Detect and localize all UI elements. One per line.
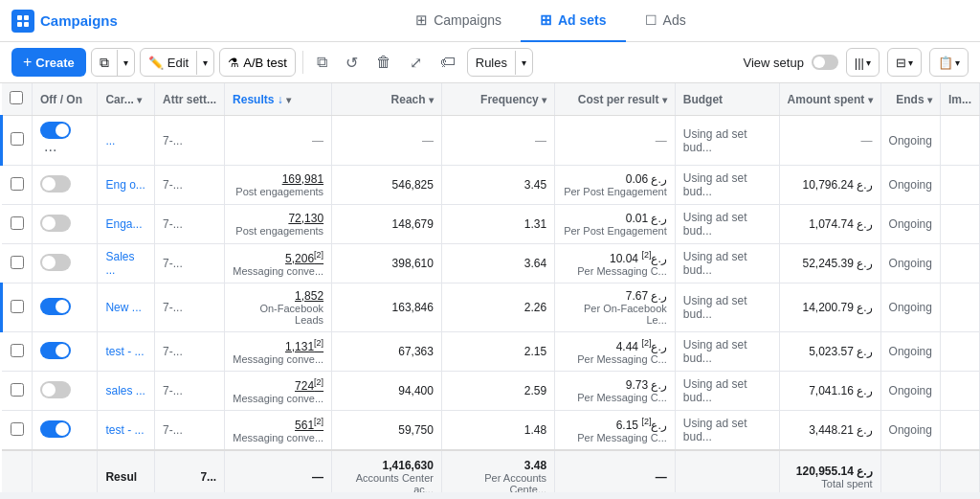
tab-campaigns[interactable]: ⊞ Campaigns	[396, 0, 521, 42]
col-header-budget[interactable]: Budget	[675, 83, 779, 116]
export-button[interactable]: ⤢	[403, 48, 429, 77]
row-check-cell[interactable]	[2, 116, 33, 166]
row-toggle-cell[interactable]	[33, 372, 98, 411]
abtest-button[interactable]: ⚗ A/B test	[219, 48, 296, 77]
view-setup-toggle[interactable]	[812, 55, 838, 70]
flask-icon: ⚗	[228, 56, 239, 70]
rules-button[interactable]: Rules ▾	[467, 48, 533, 77]
svg-rect-0	[17, 15, 22, 20]
row-amount-cell: 3,448.21 ‎ﺭ.ﻉ	[779, 411, 880, 451]
row-reach-cell: 94,400	[332, 372, 442, 411]
row-toggle-cell[interactable]	[33, 332, 98, 372]
row-attr-cell: 7-...	[155, 411, 225, 451]
row-check-cell[interactable]	[2, 244, 33, 284]
row-im-cell	[940, 116, 979, 166]
row-toggle-cell[interactable]	[33, 205, 98, 244]
col-header-results[interactable]: Results ↓ ▾	[225, 83, 332, 116]
row-toggle-switch[interactable]	[40, 420, 71, 438]
row-checkbox[interactable]	[11, 177, 24, 191]
row-campaign-cell[interactable]: Eng o...	[98, 166, 155, 205]
col-header-frequency[interactable]: Frequency ▾	[441, 83, 554, 116]
row-checkbox[interactable]	[11, 132, 24, 146]
row-results-cell: 561[2] Messaging conve...	[225, 411, 332, 451]
col-header-campaign[interactable]: Car... ▾	[98, 83, 155, 116]
duplicate-button[interactable]: ⧉	[310, 48, 334, 77]
row-toggle-cell[interactable]	[33, 166, 98, 205]
row-checkbox[interactable]	[11, 300, 24, 313]
row-check-cell[interactable]	[2, 332, 33, 372]
rules-dropdown-arrow[interactable]: ▾	[516, 53, 532, 73]
col-header-attr[interactable]: Attr sett...	[155, 83, 225, 116]
row-amount-cell: 7,041.16 ‎ﺭ.ﻉ	[779, 372, 880, 411]
row-cost-cell: 4.44 ‎ﺭ.ﻉ[2] Per Messaging C...	[555, 332, 676, 372]
row-ends-cell: Ongoing	[880, 411, 940, 451]
column-view-button[interactable]: ||| ▾	[846, 48, 880, 77]
row-budget-cell: Using ad set bud...	[675, 284, 779, 332]
edit-button[interactable]: ✏️ Edit ▾	[140, 48, 214, 77]
row-campaign-cell[interactable]: Sales ...	[98, 244, 155, 284]
breakdown-view-button[interactable]: ⊟ ▾	[887, 48, 922, 77]
undo-button[interactable]: ↺	[339, 48, 365, 77]
row-check-cell[interactable]	[2, 372, 33, 411]
col-header-amount[interactable]: Amount spent ▾	[779, 83, 880, 116]
row-checkbox[interactable]	[11, 256, 24, 269]
table-row: Eng o... 7-... 169,981 Post engagements …	[2, 166, 980, 205]
edit-icon-area[interactable]: ✏️ Edit	[141, 51, 197, 75]
copy-button[interactable]: ⧉ ▾	[91, 48, 135, 77]
tab-ads[interactable]: ☐ Ads	[626, 0, 705, 42]
col-header-im[interactable]: Im...	[940, 83, 979, 116]
row-campaign-cell[interactable]: test - ...	[98, 332, 155, 372]
row-toggle-switch[interactable]	[40, 342, 71, 359]
row-checkbox[interactable]	[11, 216, 24, 230]
copy-dropdown-arrow[interactable]: ▾	[118, 53, 134, 73]
row-im-cell	[940, 166, 979, 205]
row-check-cell[interactable]	[2, 284, 33, 332]
row-toggle-switch[interactable]	[40, 298, 71, 315]
row-campaign-cell[interactable]: ...	[98, 116, 155, 166]
row-campaign-cell[interactable]: Enga...	[98, 205, 155, 244]
row-toggle-switch[interactable]	[40, 381, 71, 398]
delete-button[interactable]: 🗑	[369, 48, 398, 77]
rules-label-area[interactable]: Rules	[468, 51, 516, 75]
app-title: Campaigns	[40, 12, 118, 29]
create-button[interactable]: + Create	[11, 48, 86, 77]
row-toggle-cell[interactable]	[33, 244, 98, 284]
row-attr-cell: 7-...	[155, 205, 225, 244]
col-header-cost[interactable]: Cost per result ▾	[555, 83, 676, 116]
row-campaign-cell[interactable]: sales ...	[98, 372, 155, 411]
more-options-icon[interactable]: ···	[44, 142, 56, 158]
copy-icon-area[interactable]: ⧉	[92, 50, 118, 76]
row-campaign-cell[interactable]: New ...	[98, 284, 155, 332]
row-attr-cell: 7-...	[155, 244, 225, 284]
row-toggle-cell[interactable]	[33, 284, 98, 332]
row-check-cell[interactable]	[2, 205, 33, 244]
row-toggle-switch[interactable]	[40, 254, 71, 271]
row-toggle-switch[interactable]	[40, 215, 71, 232]
campaigns-tab-icon: ⊞	[415, 11, 428, 29]
row-check-cell[interactable]	[2, 166, 33, 205]
row-amount-cell: 52,245.39 ‎ﺭ.ﻉ	[779, 244, 880, 284]
row-budget-cell: Using ad set bud...	[675, 372, 779, 411]
col-header-check[interactable]	[2, 83, 33, 116]
row-checkbox[interactable]	[11, 344, 24, 357]
breakdown-icon: ⊟	[896, 56, 906, 70]
select-all-checkbox[interactable]	[10, 91, 23, 104]
rules-label: Rules	[476, 56, 507, 70]
row-toggle-cell[interactable]: ···	[33, 116, 98, 166]
row-frequency-cell: 3.64	[441, 244, 554, 284]
tab-adsets[interactable]: ⊞ Ad sets	[521, 0, 626, 42]
tag-button[interactable]: 🏷	[434, 48, 462, 77]
row-toggle-switch[interactable]	[40, 122, 71, 139]
top-bar: Campaigns ⊞ Campaigns ⊞ Ad sets ☐ Ads	[0, 0, 980, 42]
edit-dropdown-arrow[interactable]: ▾	[197, 53, 213, 73]
row-toggle-switch[interactable]	[40, 175, 71, 193]
row-campaign-cell[interactable]: test - ...	[98, 411, 155, 451]
row-checkbox[interactable]	[11, 383, 24, 397]
col-header-reach[interactable]: Reach ▾	[332, 83, 442, 116]
edit-pencil-icon: ✏️	[148, 56, 164, 70]
row-check-cell[interactable]	[2, 411, 33, 451]
row-checkbox[interactable]	[11, 422, 24, 436]
report-view-button[interactable]: 📋 ▾	[929, 48, 969, 77]
col-header-ends[interactable]: Ends ▾	[880, 83, 940, 116]
row-toggle-cell[interactable]	[33, 411, 98, 451]
